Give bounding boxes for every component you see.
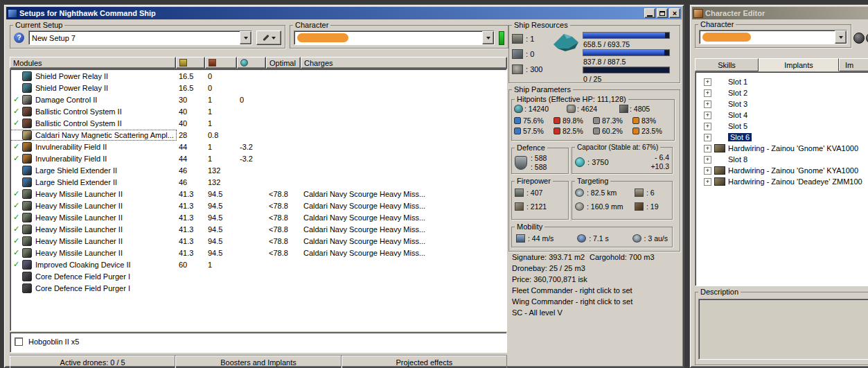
tab-projected-effects[interactable]: Projected effects (342, 356, 507, 368)
tree-item[interactable]: +Hardwiring - Zainou 'Gnome' KVA1000 (696, 143, 868, 154)
module-row[interactable]: ✓Invulnerability Field II441-3.2 (10, 152, 506, 164)
tab-skills[interactable]: Skills (695, 58, 759, 71)
tree-item[interactable]: +Slot 5 (696, 121, 868, 132)
module-row[interactable]: ✓Heavy Missile Launcher II41.394.5<78.8C… (10, 200, 506, 211)
expand-icon[interactable]: + (704, 156, 711, 164)
firepower-group: Firepower 4072121 (511, 177, 569, 220)
minimize-button[interactable] (644, 8, 655, 18)
module-cpu: 41.3 (177, 249, 206, 257)
expand-icon[interactable]: + (704, 145, 711, 152)
drone-item[interactable]: Hobgoblin II x5 (15, 335, 502, 348)
expand-icon[interactable]: + (704, 100, 711, 108)
dropdown-button[interactable] (240, 31, 251, 44)
tree-item[interactable]: +Hardwiring - Zainou 'Gnome' KYA1000 (696, 165, 868, 176)
column-powergrid[interactable] (205, 57, 237, 69)
firepower-value: 407 (526, 189, 542, 197)
tree-item[interactable]: +Slot 8 (696, 154, 868, 165)
module-type-icon (22, 166, 32, 175)
module-row[interactable]: ✓Heavy Missile Launcher II41.394.5<78.8C… (10, 188, 506, 200)
tab-implants[interactable]: Implants (759, 58, 839, 71)
dropdown-button[interactable] (835, 30, 847, 44)
module-row[interactable]: Shield Power Relay II16.50 (10, 70, 506, 82)
module-optimal: <78.8 (267, 225, 301, 234)
expand-icon[interactable]: + (704, 112, 711, 119)
expand-icon[interactable]: + (704, 167, 711, 175)
implant-icon (714, 166, 725, 175)
chevron-down-icon (272, 37, 276, 40)
column-optimal[interactable]: Optimal (266, 57, 301, 69)
module-row[interactable]: ✓Ballistic Control System II401 (10, 105, 506, 117)
tree-item[interactable]: +Slot 2 (696, 87, 868, 98)
module-name: Caldari Navy Magnetic Scattering Ampl... (35, 131, 174, 139)
module-row[interactable]: ✓Improved Cloaking Device II601 (10, 259, 506, 270)
armor-resist-value: 23.5% (641, 127, 662, 135)
module-row[interactable]: ✓Heavy Missile Launcher II41.394.5<78.8C… (10, 223, 506, 235)
module-row[interactable]: Large Shield Extender II46132 (10, 176, 506, 188)
tree-item[interactable]: +Slot 1 (696, 76, 868, 87)
module-row[interactable]: ✓Heavy Missile Launcher II41.394.5<78.8C… (10, 235, 506, 247)
expand-icon[interactable]: + (704, 78, 711, 86)
module-check-icon: ✓ (10, 236, 22, 245)
expand-icon[interactable]: + (704, 178, 711, 186)
module-row[interactable]: ✓Damage Control II3010 (10, 94, 506, 105)
expand-icon[interactable]: + (704, 123, 711, 130)
title-bar[interactable]: Character Editor (692, 7, 868, 19)
module-row[interactable]: Core Defence Field Purger I (10, 282, 506, 294)
max-velocity-icon (516, 234, 525, 243)
squad-commander-text[interactable]: SC - All level V (512, 307, 682, 318)
module-row[interactable]: Caldari Navy Magnetic Scattering Ampl...… (10, 129, 506, 141)
column-charges[interactable]: Charges (301, 57, 507, 69)
module-row[interactable]: Large Shield Extender II46132 (10, 164, 506, 176)
targeting-value: 160.9 mm (587, 202, 623, 211)
module-row[interactable]: Core Defence Field Purger I (10, 270, 506, 282)
title-bar[interactable]: Setups for Nighthawk Command Ship × (6, 7, 682, 19)
character-loaded-indicator (499, 31, 504, 45)
module-powergrid: 0.8 (206, 131, 238, 139)
modules-table: Modules Optimal Charges Shield Power Rel… (10, 57, 507, 331)
tree-item[interactable]: +Slot 4 (696, 109, 868, 121)
character-combobox[interactable] (699, 30, 847, 44)
targeting-cell: 82.5 km (573, 186, 632, 200)
module-row[interactable]: ✓Invulnerability Field II441-3.2 (10, 141, 506, 152)
module-row[interactable]: Shield Power Relay II16.50 (10, 82, 506, 94)
maximize-button[interactable] (657, 8, 668, 18)
firepower-values: 4072121 (513, 186, 567, 213)
column-cpu[interactable] (176, 57, 205, 69)
wing-commander-text[interactable]: Wing Commander - right click to set (512, 296, 682, 307)
expand-icon[interactable]: + (704, 134, 711, 141)
help-icon[interactable]: ? (14, 33, 24, 43)
em-damage-icon (514, 128, 521, 134)
tree-item[interactable]: +Hardwiring - Zainou 'Deadeye' ZMM100 (696, 176, 868, 187)
column-modules[interactable]: Modules (10, 57, 176, 69)
character-combobox[interactable] (294, 30, 495, 45)
module-charges: Caldari Navy Scourge Heavy Miss... (301, 190, 506, 198)
setup-tools-button[interactable] (256, 30, 281, 45)
tree-item[interactable]: +Slot 6 (696, 132, 868, 143)
tab-boosters-and-implants[interactable]: Boosters and Implants (175, 356, 341, 368)
dropdown-button[interactable] (482, 31, 494, 44)
expand-icon[interactable]: + (704, 89, 711, 97)
character-group: Character (695, 20, 851, 48)
module-name: Large Shield Extender II (35, 166, 117, 175)
column-capacitor[interactable] (237, 57, 266, 69)
module-row[interactable]: ✓Ballistic Control System II401 (10, 117, 506, 129)
module-row[interactable]: ✓Heavy Missile Launcher II41.394.5<78.8C… (10, 247, 506, 259)
maximize-icon (659, 11, 665, 16)
character-tool-button-1[interactable] (853, 33, 865, 44)
tab-im[interactable]: Im (839, 58, 868, 71)
tree-indent (714, 78, 725, 86)
module-type-icon (22, 154, 32, 164)
close-button[interactable]: × (669, 8, 680, 18)
module-check-icon: ✓ (10, 213, 22, 222)
module-check-icon: ✓ (10, 225, 22, 234)
drone-checkbox[interactable] (15, 338, 23, 346)
em-damage-icon (514, 117, 521, 124)
tree-item[interactable]: +Slot 3 (696, 98, 868, 109)
module-type-icon (22, 260, 32, 270)
current-setup-combobox[interactable]: New Setup 7 (28, 30, 252, 45)
capacitor-group: Capacitor (Stable at: 67%) 3750 - 6.4 +1… (572, 143, 673, 174)
module-row[interactable]: ✓Heavy Missile Launcher II41.394.5<78.8C… (10, 211, 506, 223)
module-cpu: 40 (177, 107, 206, 116)
fleet-commander-text[interactable]: Fleet Commander - right click to set (512, 285, 682, 296)
tab-active-drones[interactable]: Active drones: 0 / 5 (10, 356, 175, 368)
